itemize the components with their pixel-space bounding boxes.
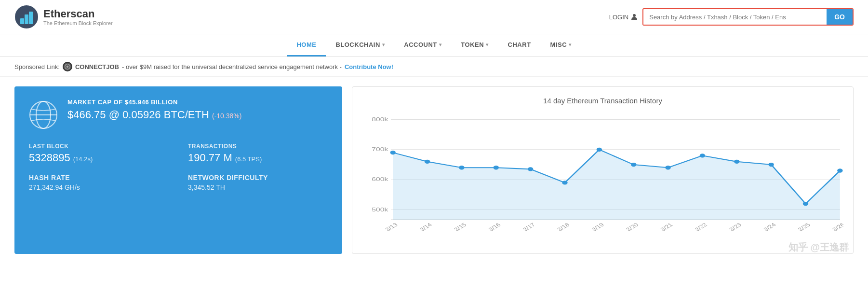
svg-text:3/14: 3/14 [418, 222, 434, 232]
hash-rate-stat: Hash Rate 271,342.94 GH/s [29, 174, 169, 191]
transactions-stat: TRANSACTIONS 190.77 M (6.5 TPS) [188, 143, 328, 164]
svg-text:3/22: 3/22 [694, 222, 709, 232]
header-right: LOGIN GO [609, 8, 854, 26]
svg-point-30 [700, 154, 705, 157]
difficulty-label: Network Difficulty [188, 174, 328, 182]
svg-text:3/17: 3/17 [521, 222, 537, 232]
sponsor-name: CONNECTJOB [75, 63, 119, 70]
sponsored-bar: Sponsored Link: CONNECTJOB - over $9M ra… [0, 57, 868, 77]
svg-marker-20 [393, 150, 840, 220]
svg-text:500k: 500k [372, 207, 388, 212]
sponsored-prefix: Sponsored Link: [14, 63, 60, 70]
sponsor-description: - over $9M raised for the universal dece… [122, 63, 342, 70]
price-value: $466.75 @ 0.05926 BTC/ETH [67, 109, 209, 121]
nav-item-misc[interactable]: MISC ▾ [541, 34, 581, 56]
svg-text:3/16: 3/16 [487, 222, 503, 232]
svg-text:3/15: 3/15 [453, 222, 468, 232]
svg-text:3/13: 3/13 [384, 222, 400, 232]
svg-point-7 [67, 66, 69, 68]
svg-point-27 [597, 148, 602, 152]
svg-point-22 [425, 160, 430, 164]
transactions-label: TRANSACTIONS [188, 143, 328, 150]
svg-text:3/21: 3/21 [659, 222, 674, 232]
svg-point-29 [665, 166, 670, 169]
last-block-sub: (14.2s) [73, 155, 93, 163]
svg-text:800k: 800k [372, 116, 388, 122]
transactions-value: 190.77 M (6.5 TPS) [188, 152, 328, 164]
last-block-stat: LAST BLOCK 5328895 (14.2s) [29, 143, 169, 164]
svg-point-26 [562, 181, 567, 184]
price-change: (-10.38%) [212, 112, 241, 120]
svg-rect-1 [20, 18, 24, 24]
nav-item-blockchain[interactable]: BLOCKCHAIN ▾ [326, 34, 394, 56]
svg-point-21 [390, 151, 396, 154]
search-container: GO [642, 8, 854, 26]
nav-item-token[interactable]: TOKEN ▾ [451, 34, 498, 56]
market-cap-info: MARKET CAP OF $45.946 BILLION $466.75 @ … [67, 98, 241, 121]
logo-icon [14, 5, 39, 29]
svg-point-25 [528, 167, 533, 171]
logo-text: Etherscan The Ethereum Block Explorer [43, 8, 113, 26]
svg-point-33 [803, 202, 808, 206]
chevron-down-icon: ▾ [439, 42, 442, 47]
price-text: $466.75 @ 0.05926 BTC/ETH (-10.38%) [67, 109, 241, 121]
login-label: LOGIN [609, 14, 628, 21]
stats-panel: MARKET CAP OF $45.946 BILLION $466.75 @ … [14, 86, 342, 254]
nav-item-account[interactable]: ACCOUNT ▾ [394, 34, 451, 56]
svg-text:600k: 600k [372, 176, 388, 182]
chevron-down-icon: ▾ [382, 42, 385, 47]
svg-text:700k: 700k [372, 146, 388, 152]
stats-grid: LAST BLOCK 5328895 (14.2s) TRANSACTIONS … [29, 143, 328, 191]
sponsor-cta-link[interactable]: Contribute Now! [345, 63, 393, 70]
svg-text:3/23: 3/23 [728, 222, 743, 232]
sponsor-logo-icon [63, 62, 72, 71]
last-block-value: 5328895 (14.2s) [29, 152, 169, 164]
last-block-label: LAST BLOCK [29, 143, 169, 150]
main-nav: HOME BLOCKCHAIN ▾ ACCOUNT ▾ TOKEN ▾ CHAR… [0, 34, 868, 57]
svg-text:3/20: 3/20 [625, 222, 640, 232]
login-button[interactable]: LOGIN [609, 14, 638, 21]
hash-rate-value: 271,342.94 GH/s [29, 183, 169, 191]
chevron-down-icon: ▾ [486, 42, 489, 47]
globe-icon [29, 100, 58, 131]
search-input[interactable] [643, 10, 827, 25]
chevron-down-icon: ▾ [569, 42, 572, 47]
header: Etherscan The Ethereum Block Explorer LO… [0, 0, 868, 34]
nav-item-home[interactable]: HOME [287, 34, 326, 56]
main-content: MARKET CAP OF $45.946 BILLION $466.75 @ … [0, 77, 868, 264]
svg-text:3/25: 3/25 [797, 222, 812, 232]
svg-rect-2 [25, 14, 28, 24]
svg-point-28 [631, 163, 636, 167]
chart-svg: 800k 700k 600k 500k [362, 112, 843, 242]
search-go-button[interactable]: GO [827, 9, 853, 25]
logo-title: Etherscan [43, 8, 113, 20]
nav-item-chart[interactable]: CHART [498, 34, 541, 56]
svg-point-24 [494, 166, 499, 169]
difficulty-value: 3,345.52 TH [188, 183, 328, 191]
person-icon [631, 14, 638, 20]
svg-point-31 [734, 160, 739, 164]
chart-title: 14 day Ethereum Transaction History [362, 97, 843, 105]
svg-point-34 [837, 168, 842, 172]
transactions-sub: (6.5 TPS) [235, 155, 262, 163]
difficulty-stat: Network Difficulty 3,345.52 TH [188, 174, 328, 191]
svg-text:3/26: 3/26 [831, 222, 843, 232]
logo-area: Etherscan The Ethereum Block Explorer [14, 5, 113, 29]
svg-point-23 [459, 166, 464, 169]
main-wrapper: MARKET CAP OF $45.946 BILLION $466.75 @ … [0, 77, 868, 264]
market-cap-link[interactable]: MARKET CAP OF $45.946 BILLION [67, 98, 241, 106]
svg-text:3/19: 3/19 [590, 222, 606, 232]
svg-text:3/24: 3/24 [762, 222, 777, 232]
chart-panel: 14 day Ethereum Transaction History 800k… [352, 86, 854, 254]
hash-rate-label: Hash Rate [29, 174, 169, 182]
svg-text:3/18: 3/18 [556, 222, 571, 232]
svg-point-4 [633, 14, 636, 17]
stats-top: MARKET CAP OF $45.946 BILLION $466.75 @ … [29, 98, 328, 131]
svg-rect-3 [29, 12, 33, 24]
svg-point-32 [768, 163, 774, 167]
logo-tagline: The Ethereum Block Explorer [43, 20, 113, 26]
